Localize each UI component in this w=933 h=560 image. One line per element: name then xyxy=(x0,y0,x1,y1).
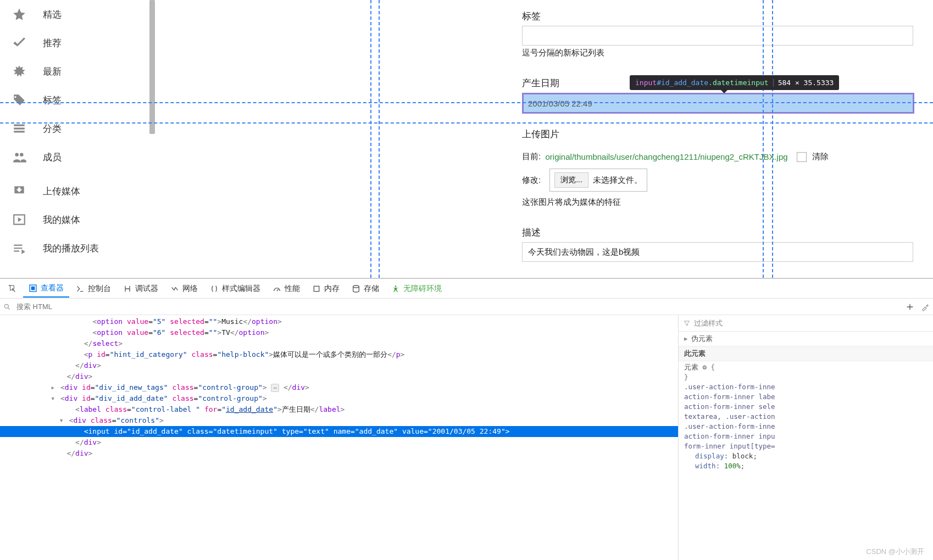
sidebar-item-mymedia[interactable]: 我的媒体 xyxy=(0,205,155,234)
upload-label: 上传图片 xyxy=(522,129,559,139)
upload-image-section: 上传图片 目前: original/thumbnails/user/changc… xyxy=(522,128,933,208)
tab-performance[interactable]: 性能 xyxy=(267,281,306,297)
tab-memory[interactable]: 内存 xyxy=(307,281,345,297)
devtools-panel: 查看器 控制台 调试器 网络 样式编辑器 性能 内存 存储 无障碍环境 <opt… xyxy=(0,278,933,560)
pick-element-button[interactable] xyxy=(2,281,22,296)
sidebar-item-tags[interactable]: 标签 xyxy=(0,86,155,114)
clear-label: 清除 xyxy=(812,152,829,162)
description-field: 描述 今天我们去动物园，这是b视频 xyxy=(522,226,933,262)
browse-button[interactable]: 浏览... xyxy=(554,172,588,188)
tags-field: 标签 逗号分隔的新标记列表 xyxy=(522,10,933,58)
sidebar-item-label: 标签 xyxy=(43,94,62,107)
matched-selectors: .user-action-form-inne action-form-inner… xyxy=(684,382,928,451)
sidebar-item-label: 精选 xyxy=(43,8,62,21)
sidebar-item-label: 我的播放列表 xyxy=(43,242,99,255)
inspector-tooltip: input#id_add_date.datetimeinput 584 × 35… xyxy=(630,75,839,90)
dom-search-row xyxy=(0,299,933,315)
list-icon xyxy=(12,121,26,136)
sidebar-item-label: 上传媒体 xyxy=(43,185,80,198)
tag-icon xyxy=(12,93,26,107)
form-content: input#id_add_date.datetimeinput 584 × 35… xyxy=(155,0,933,278)
sidebar-item-newest[interactable]: 最新 xyxy=(0,57,155,86)
svg-rect-2 xyxy=(314,286,319,291)
sidebar-item-label: 我的媒体 xyxy=(43,214,80,226)
description-label: 描述 xyxy=(522,226,933,239)
image-help: 这张图片将成为媒体的特征 xyxy=(522,197,933,208)
clear-checkbox[interactable] xyxy=(797,152,807,162)
current-prefix: 目前: xyxy=(522,152,541,162)
tags-help: 逗号分隔的新标记列表 xyxy=(522,48,933,58)
tab-inspector[interactable]: 查看器 xyxy=(23,280,69,298)
sidebar-item-recommend[interactable]: 推荐 xyxy=(0,29,155,57)
sidebar: 精选 推荐 最新 标签 分类 xyxy=(0,0,155,278)
check-icon xyxy=(12,36,26,50)
file-selector[interactable]: 浏览... 未选择文件。 xyxy=(549,169,647,192)
sidebar-item-label: 最新 xyxy=(43,65,62,78)
sidebar-item-label: 分类 xyxy=(43,122,62,135)
sidebar-item-playlist[interactable]: 我的播放列表 xyxy=(0,234,155,262)
svg-rect-1 xyxy=(31,286,35,290)
burst-icon xyxy=(12,64,26,79)
tab-storage[interactable]: 存储 xyxy=(346,281,385,297)
star-icon xyxy=(12,7,26,21)
tab-debugger[interactable]: 调试器 xyxy=(118,281,164,297)
watermark: CSDN @小小测开 xyxy=(866,547,924,557)
people-icon xyxy=(12,150,26,164)
dom-selected-line: <input id="id_add_date" class="datetimei… xyxy=(0,426,678,437)
sidebar-item-label: 成员 xyxy=(43,151,62,164)
styles-filter[interactable]: 过滤样式 xyxy=(679,315,933,332)
filter-icon xyxy=(683,320,691,327)
upload-icon xyxy=(12,184,26,198)
tab-accessibility[interactable]: 无障碍环境 xyxy=(386,281,447,297)
tags-label: 标签 xyxy=(522,10,933,23)
description-input[interactable]: 今天我们去动物园，这是b视频 xyxy=(522,242,913,262)
eyedropper-icon[interactable] xyxy=(921,303,930,311)
sidebar-item-category[interactable]: 分类 xyxy=(0,114,155,143)
play-box-icon xyxy=(12,212,26,227)
modify-label: 修改: xyxy=(522,175,541,186)
devtools-tabs: 查看器 控制台 调试器 网络 样式编辑器 性能 内存 存储 无障碍环境 xyxy=(0,279,933,299)
pseudo-section[interactable]: 伪元素 xyxy=(691,334,713,344)
dom-tree[interactable]: <option value="5" selected="">Music</opt… xyxy=(0,315,678,560)
svg-point-4 xyxy=(395,285,397,287)
svg-point-3 xyxy=(353,285,359,288)
search-icon xyxy=(3,303,11,311)
current-image-link[interactable]: original/thumbnails/user/changcheng1211/… xyxy=(546,152,788,161)
sidebar-item-featured[interactable]: 精选 xyxy=(0,0,155,29)
this-element-section: 此元素 xyxy=(684,349,928,359)
playlist-icon xyxy=(12,241,26,255)
sidebar-item-upload[interactable]: 上传媒体 xyxy=(0,177,155,205)
sidebar-item-label: 推荐 xyxy=(43,37,62,49)
tab-styleeditor[interactable]: 样式编辑器 xyxy=(204,281,266,297)
dom-search-input[interactable] xyxy=(13,301,906,312)
add-icon[interactable] xyxy=(906,303,914,311)
tab-network[interactable]: 网络 xyxy=(165,281,203,297)
svg-point-5 xyxy=(4,304,8,308)
styles-pane: 过滤样式 ▸伪元素 此元素 元素 ⚙ { } .user-action-form… xyxy=(678,315,933,560)
tab-console[interactable]: 控制台 xyxy=(70,281,116,297)
date-input[interactable]: 2001/03/05 22:49 xyxy=(522,93,914,114)
sidebar-item-members[interactable]: 成员 xyxy=(0,143,155,171)
tags-input[interactable] xyxy=(522,26,913,46)
sidebar-scrollbar[interactable] xyxy=(149,0,155,134)
no-file-text: 未选择文件。 xyxy=(593,175,642,186)
